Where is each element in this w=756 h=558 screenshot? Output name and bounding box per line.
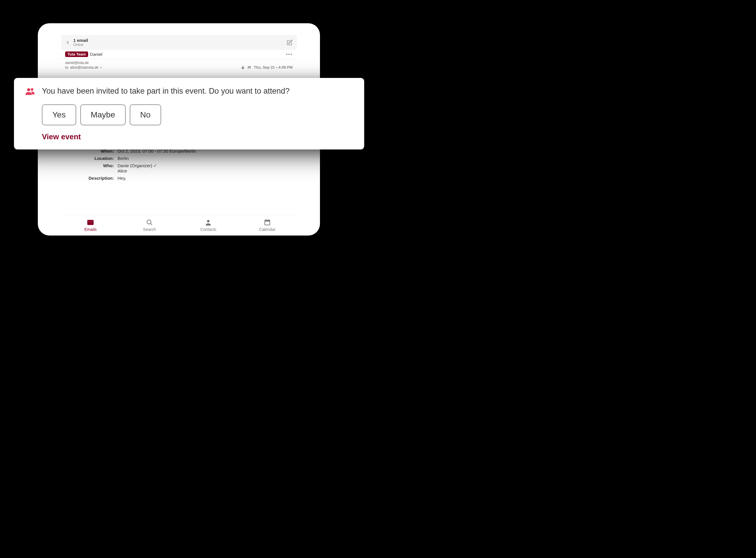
- more-icon[interactable]: •••: [286, 52, 293, 57]
- location-label: Location:: [65, 156, 118, 161]
- who-line2: Alice: [118, 168, 157, 173]
- nav-search-label: Search: [143, 227, 156, 232]
- address-left: daniel@tuta.de to: alice@tutanota.de: [65, 61, 102, 70]
- nav-contacts-label: Contacts: [200, 227, 217, 232]
- nav-emails-label: Emails: [84, 227, 97, 232]
- inbox-icon: [247, 66, 251, 70]
- bottom-nav: Emails Search Contacts Calendar: [61, 214, 297, 235]
- compose-icon[interactable]: [287, 40, 293, 45]
- address-meta: Thu, Sep 21 • 4:08 PM: [241, 65, 293, 70]
- who-label: Who:: [65, 163, 118, 173]
- nav-calendar-label: Calendar: [259, 227, 275, 232]
- who-line1: Danie (Organizer) ✓: [118, 163, 157, 168]
- mail-header: 1 email Online: [61, 35, 297, 50]
- team-badge: Tuta Team: [65, 51, 88, 57]
- dialog-header: You have been invited to take part in th…: [25, 86, 353, 96]
- detail-location: Location: Berlin: [65, 155, 293, 162]
- yes-button[interactable]: Yes: [42, 104, 76, 125]
- sender-left: Tuta Team Daniel: [65, 51, 102, 57]
- chevron-down-icon: [99, 66, 102, 69]
- maybe-button[interactable]: Maybe: [80, 104, 126, 125]
- nav-contacts[interactable]: Contacts: [179, 215, 238, 235]
- view-event-link[interactable]: View event: [42, 132, 353, 141]
- dialog-buttons: Yes Maybe No: [42, 104, 353, 125]
- nav-emails[interactable]: Emails: [61, 215, 120, 235]
- nav-search[interactable]: Search: [120, 215, 179, 235]
- dialog-prompt: You have been invited to take part in th…: [42, 86, 290, 96]
- location-value: Berlin: [118, 156, 129, 161]
- address-bar: daniel@tuta.de to: alice@tutanota.de Thu…: [61, 59, 297, 72]
- description-label: Description:: [65, 176, 118, 181]
- svg-point-4: [27, 88, 30, 91]
- detail-description: Description: Hey,: [65, 175, 293, 182]
- mail-count: 1 email: [73, 38, 88, 43]
- back-icon[interactable]: [65, 40, 70, 45]
- timestamp: Thu, Sep 21 • 4:08 PM: [254, 65, 293, 70]
- svg-marker-0: [100, 67, 102, 68]
- no-button[interactable]: No: [130, 104, 161, 125]
- sender-bar: Tuta Team Daniel •••: [61, 50, 297, 59]
- who-value: Danie (Organizer) ✓ Alice: [118, 163, 157, 173]
- to-address: alice@tutanota.de: [70, 66, 98, 70]
- svg-point-5: [31, 88, 33, 91]
- svg-line-2: [150, 223, 152, 225]
- meta-icons: [241, 66, 251, 70]
- to-line[interactable]: to: alice@tutanota.de: [65, 66, 102, 70]
- people-icon: [25, 87, 35, 95]
- mail-title-block: 1 email Online: [73, 38, 88, 47]
- invite-dialog: You have been invited to take part in th…: [14, 78, 364, 149]
- to-prefix: to:: [65, 66, 69, 70]
- search-icon: [146, 219, 153, 226]
- lock-icon: [241, 66, 245, 70]
- description-value: Hey,: [118, 176, 126, 181]
- svg-point-1: [147, 220, 151, 224]
- from-address: daniel@tuta.de: [65, 61, 102, 65]
- calendar-icon: [263, 219, 271, 226]
- mail-status: Online: [73, 43, 88, 47]
- mail-icon: [87, 219, 94, 226]
- mail-header-left: 1 email Online: [65, 38, 88, 47]
- event-details: When: Oct 2, 2023, 07:00 - 07:30 Europe/…: [61, 145, 297, 184]
- svg-point-3: [207, 220, 210, 223]
- sender-name: Daniel: [90, 52, 102, 57]
- contacts-icon: [204, 219, 212, 226]
- nav-calendar[interactable]: Calendar: [238, 215, 297, 235]
- detail-who: Who: Danie (Organizer) ✓ Alice: [65, 162, 293, 175]
